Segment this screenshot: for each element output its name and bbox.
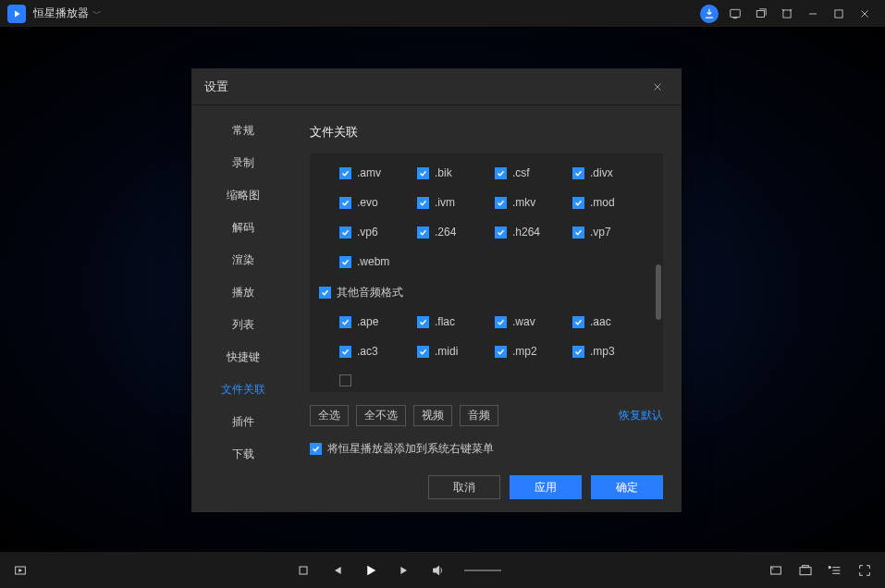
dialog-close-button[interactable]: [646, 76, 669, 98]
filter-select-all[interactable]: 全选: [310, 405, 349, 426]
ext-row: .webm: [319, 255, 654, 268]
sidebar-item-2[interactable]: 缩略图: [191, 179, 295, 212]
ext-checkbox[interactable]: [572, 197, 584, 209]
sidebar-item-7[interactable]: 快捷键: [191, 341, 295, 374]
ext-label: .amv: [357, 166, 381, 179]
ext-cell: .vp6: [339, 226, 417, 239]
context-menu-row: 将恒星播放器添加到系统右键菜单: [310, 441, 663, 457]
ext-cell: .csf: [495, 166, 572, 179]
ext-checkbox[interactable]: [572, 316, 584, 328]
sidebar-item-8[interactable]: 文件关联: [191, 374, 295, 406]
pin-button[interactable]: [774, 3, 800, 25]
feedback-button[interactable]: [722, 3, 748, 25]
open-file-icon[interactable]: [13, 563, 28, 578]
ext-checkbox[interactable]: [572, 346, 584, 358]
restore-defaults-link[interactable]: 恢复默认: [619, 408, 663, 423]
filter-select-none[interactable]: 全不选: [356, 405, 406, 426]
ext-label: .mod: [590, 196, 615, 209]
ext-label: .ape: [357, 315, 378, 328]
ext-checkbox[interactable]: [339, 227, 351, 239]
ext-label: .h264: [512, 226, 540, 239]
ext-cell: .divx: [572, 166, 650, 179]
stop-button[interactable]: [296, 563, 311, 578]
ext-checkbox[interactable]: [495, 167, 507, 179]
ext-checkbox[interactable]: [417, 167, 429, 179]
svg-marker-10: [19, 569, 22, 571]
ext-checkbox[interactable]: [495, 227, 507, 239]
sidebar-item-1[interactable]: 录制: [191, 147, 295, 179]
player-bar: [0, 551, 885, 588]
dialog-header: 设置: [191, 68, 682, 105]
minimize-button[interactable]: [800, 3, 826, 25]
ext-cell: .mp2: [495, 345, 572, 358]
app-title: 恒星播放器: [33, 6, 89, 21]
ext-label: .bik: [435, 166, 452, 179]
ext-label: .midi: [435, 345, 458, 358]
sidebar-item-5[interactable]: 播放: [191, 276, 295, 309]
ext-row: .evo.ivm.mkv.mod: [319, 196, 654, 209]
svg-marker-18: [829, 566, 831, 569]
audio-group-checkbox[interactable]: [319, 287, 331, 299]
popout-button[interactable]: [748, 3, 774, 25]
apply-button[interactable]: 应用: [510, 475, 582, 499]
filter-video[interactable]: 视频: [413, 405, 452, 426]
app-title-dropdown[interactable]: ﹀: [92, 7, 102, 20]
ext-checkbox[interactable]: [495, 346, 507, 358]
snapshot-icon[interactable]: [798, 563, 813, 578]
ext-cell: .mkv: [495, 196, 572, 209]
ext-cell: .webm: [339, 255, 417, 268]
ext-cell: .evo: [339, 196, 417, 209]
ext-cell: .wav: [495, 315, 572, 328]
sidebar-item-6[interactable]: 列表: [191, 309, 295, 341]
ext-row: .amv.bik.csf.divx: [319, 166, 654, 179]
ext-checkbox[interactable]: [339, 346, 351, 358]
ext-checkbox[interactable]: [495, 316, 507, 328]
play-button[interactable]: [363, 562, 379, 579]
ext-label: .vp7: [590, 226, 611, 239]
ext-cell: .amv: [339, 166, 417, 179]
ext-label: .webm: [357, 255, 389, 268]
ext-checkbox[interactable]: [572, 227, 584, 239]
prev-track-button[interactable]: [329, 563, 344, 578]
ext-label: .aac: [590, 315, 611, 328]
ext-checkbox[interactable]: [339, 256, 351, 268]
svg-rect-13: [800, 567, 811, 574]
playlist-icon[interactable]: [828, 563, 842, 578]
ext-label: .csf: [512, 166, 530, 179]
sidebar-item-4[interactable]: 渲染: [191, 244, 295, 276]
cancel-button[interactable]: 取消: [428, 475, 500, 499]
dialog-footer: 取消 应用 确定: [310, 457, 663, 499]
ext-cell: .midi: [417, 345, 495, 358]
ok-button[interactable]: 确定: [591, 475, 663, 499]
sidebar-item-10[interactable]: 下载: [191, 438, 295, 471]
fullscreen-icon[interactable]: [857, 563, 872, 578]
section-title: 文件关联: [310, 124, 663, 141]
ext-checkbox[interactable]: [339, 316, 351, 328]
sidebar-item-0[interactable]: 常规: [191, 115, 295, 147]
ext-checkbox[interactable]: [495, 197, 507, 209]
ext-cell: .264: [417, 226, 495, 239]
context-menu-checkbox[interactable]: [310, 443, 322, 455]
ext-checkbox[interactable]: [572, 167, 584, 179]
ext-checkbox-partial[interactable]: [339, 374, 351, 386]
download-button[interactable]: [696, 3, 722, 25]
ext-checkbox[interactable]: [417, 346, 429, 358]
ext-checkbox[interactable]: [339, 197, 351, 209]
volume-slider[interactable]: [464, 570, 501, 571]
scrollbar-thumb[interactable]: [656, 264, 661, 320]
subtitle-icon[interactable]: [768, 563, 783, 578]
ext-label: .evo: [357, 196, 378, 209]
maximize-button[interactable]: [826, 3, 852, 25]
ext-checkbox[interactable]: [417, 227, 429, 239]
close-button[interactable]: [852, 3, 878, 25]
filter-audio[interactable]: 音频: [460, 405, 498, 426]
sidebar-item-3[interactable]: 解码: [191, 212, 295, 244]
ext-cell: .vp7: [572, 226, 650, 239]
volume-icon[interactable]: [431, 563, 446, 578]
ext-checkbox[interactable]: [417, 197, 429, 209]
sidebar-item-9[interactable]: 插件: [191, 406, 295, 438]
ext-checkbox[interactable]: [417, 316, 429, 328]
next-track-button[interactable]: [398, 563, 412, 578]
ext-cell: .h264: [495, 226, 572, 239]
ext-checkbox[interactable]: [339, 167, 351, 179]
